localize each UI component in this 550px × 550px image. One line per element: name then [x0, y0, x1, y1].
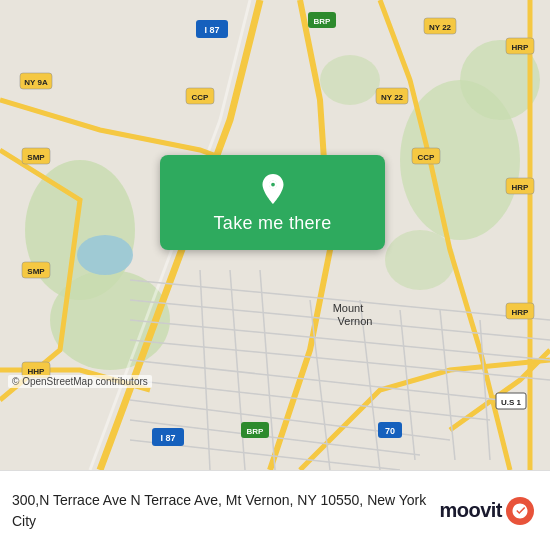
- svg-point-7: [77, 235, 133, 275]
- svg-text:BRP: BRP: [314, 17, 332, 26]
- svg-text:SMP: SMP: [27, 267, 45, 276]
- moovit-text: moovit: [439, 499, 502, 522]
- svg-text:CCP: CCP: [418, 153, 436, 162]
- svg-point-61: [270, 182, 276, 188]
- svg-text:HRP: HRP: [512, 43, 530, 52]
- svg-text:HRP: HRP: [512, 183, 530, 192]
- svg-text:Mount: Mount: [333, 302, 364, 314]
- svg-text:I 87: I 87: [160, 433, 175, 443]
- svg-text:BRP: BRP: [247, 427, 265, 436]
- osm-credit: © OpenStreetMap contributors: [8, 375, 152, 388]
- svg-text:SMP: SMP: [27, 153, 45, 162]
- svg-text:I 87: I 87: [204, 25, 219, 35]
- svg-text:NY 22: NY 22: [429, 23, 452, 32]
- svg-text:Vernon: Vernon: [338, 315, 373, 327]
- svg-text:NY 9A: NY 9A: [24, 78, 48, 87]
- moovit-dot: [506, 497, 534, 525]
- location-pin-icon: [255, 171, 291, 207]
- moovit-logo: moovit: [439, 497, 534, 525]
- svg-text:CCP: CCP: [192, 93, 210, 102]
- map-container: I 87 BRP NY 22 HRP NY 9A CCP NY 22 SMP C…: [0, 0, 550, 470]
- svg-text:70: 70: [385, 426, 395, 436]
- svg-point-6: [385, 230, 455, 290]
- svg-text:NY 22: NY 22: [381, 93, 404, 102]
- info-text-block: 300,N Terrace Ave N Terrace Ave, Mt Vern…: [12, 490, 427, 532]
- address-line: 300,N Terrace Ave N Terrace Ave, Mt Vern…: [12, 492, 426, 529]
- take-me-there-label: Take me there: [214, 213, 332, 234]
- svg-text:U.S 1: U.S 1: [501, 398, 522, 407]
- take-me-there-button[interactable]: Take me there: [160, 155, 385, 250]
- svg-point-5: [320, 55, 380, 105]
- svg-text:HRP: HRP: [512, 308, 530, 317]
- info-bar: 300,N Terrace Ave N Terrace Ave, Mt Vern…: [0, 470, 550, 550]
